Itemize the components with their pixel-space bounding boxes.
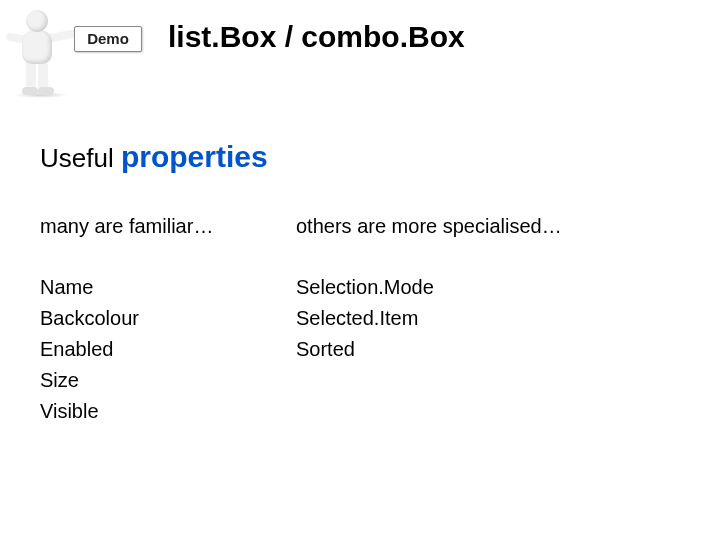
list-item: Visible — [40, 396, 280, 427]
slide: Demo list.Box / combo.Box Useful propert… — [0, 0, 720, 540]
slide-title: list.Box / combo.Box — [168, 20, 465, 54]
subtitle-emph: properties — [121, 140, 268, 173]
list-item: Size — [40, 365, 280, 396]
list-item: Name — [40, 272, 280, 303]
right-column: others are more specialised… Selection.M… — [296, 215, 676, 365]
right-property-list: Selection.Mode Selected.Item Sorted — [296, 272, 676, 365]
presenter-figure-icon — [4, 8, 74, 98]
left-property-list: Name Backcolour Enabled Size Visible — [40, 272, 280, 427]
list-item: Sorted — [296, 334, 676, 365]
left-column-heading: many are familiar… — [40, 215, 280, 238]
demo-sign: Demo — [74, 26, 142, 52]
list-item: Selection.Mode — [296, 272, 676, 303]
left-column: many are familiar… Name Backcolour Enabl… — [40, 215, 280, 427]
slide-subtitle: Useful properties — [40, 140, 268, 174]
list-item: Selected.Item — [296, 303, 676, 334]
list-item: Backcolour — [40, 303, 280, 334]
list-item: Enabled — [40, 334, 280, 365]
demo-badge: Demo — [4, 8, 144, 98]
subtitle-plain: Useful — [40, 143, 121, 173]
right-column-heading: others are more specialised… — [296, 215, 676, 238]
